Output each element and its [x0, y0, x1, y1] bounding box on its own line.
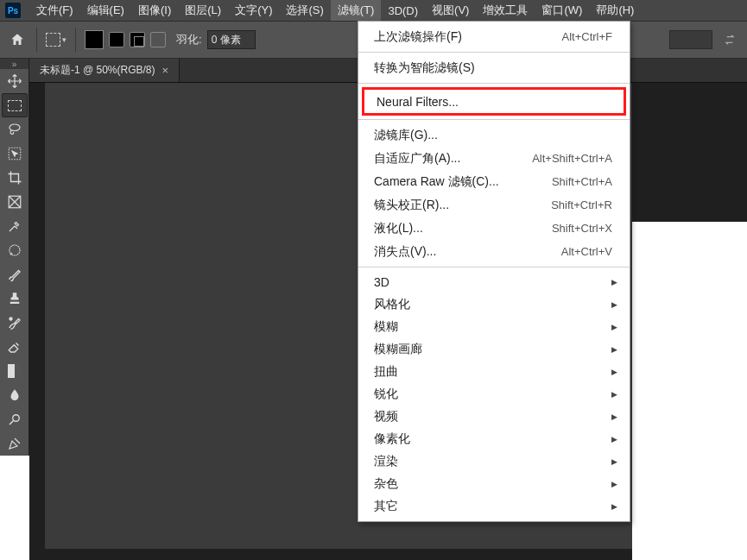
- menu-3d[interactable]: 3D(D): [381, 2, 425, 20]
- menu-item-label: 杂色: [374, 476, 398, 492]
- menu-adaptive-wide-angle[interactable]: 自适应广角(A)... Alt+Shift+Ctrl+A: [358, 147, 630, 170]
- menu-item-label: 滤镜库(G)...: [374, 128, 438, 143]
- submenu-stylize[interactable]: 风格化: [358, 293, 630, 316]
- divider: [75, 28, 76, 52]
- dodge-tool[interactable]: [2, 407, 28, 431]
- subtract-selection-icon[interactable]: [130, 32, 145, 47]
- menu-image[interactable]: 图像(I): [131, 0, 178, 21]
- history-brush-tool[interactable]: [2, 311, 28, 335]
- toolbar-collapse-icon[interactable]: »: [0, 59, 29, 69]
- menu-item-shortcut: Alt+Ctrl+V: [561, 245, 612, 258]
- menu-item-label: 风格化: [374, 297, 410, 312]
- menu-item-label: 扭曲: [374, 364, 398, 380]
- svg-point-4: [9, 318, 12, 320]
- eraser-tool[interactable]: [2, 335, 28, 359]
- submenu-pixelate[interactable]: 像素化: [358, 428, 630, 450]
- menu-convert-smart[interactable]: 转换为智能滤镜(S): [358, 56, 630, 79]
- menu-layer[interactable]: 图层(L): [178, 0, 228, 21]
- menu-help[interactable]: 帮助(H): [589, 0, 641, 21]
- menu-last-filter[interactable]: 上次滤镜操作(F) Alt+Ctrl+F: [358, 25, 630, 48]
- menu-filter[interactable]: 滤镜(T): [331, 0, 382, 21]
- menu-item-shortcut: Shift+Ctrl+A: [552, 175, 612, 188]
- menu-item-label: 像素化: [374, 431, 410, 447]
- menu-separator: [358, 83, 630, 84]
- menu-item-shortcut: Shift+Ctrl+R: [551, 198, 612, 211]
- move-tool[interactable]: [2, 69, 28, 93]
- menu-select[interactable]: 选择(S): [279, 0, 330, 21]
- menu-item-label: 3D: [374, 275, 389, 289]
- menu-liquify[interactable]: 液化(L)... Shift+Ctrl+X: [358, 217, 630, 240]
- blur-tool[interactable]: [2, 383, 28, 407]
- menu-view[interactable]: 视图(V): [425, 0, 476, 21]
- divider: [36, 28, 37, 52]
- close-icon[interactable]: ×: [162, 64, 169, 77]
- menu-item-label: 上次滤镜操作(F): [374, 29, 462, 45]
- tab-title: 未标题-1 @ 50%(RGB/8): [40, 63, 155, 78]
- menu-window[interactable]: 窗口(W): [535, 0, 589, 21]
- menu-item-label: 镜头校正(R)...: [374, 198, 449, 213]
- home-icon[interactable]: [7, 29, 28, 50]
- menu-item-label: 模糊: [374, 319, 398, 335]
- object-select-tool[interactable]: [2, 142, 28, 166]
- menu-item-label: Camera Raw 滤镜(C)...: [374, 174, 499, 190]
- lasso-tool[interactable]: [2, 117, 28, 142]
- background-area: [632, 222, 747, 560]
- menu-item-label: 视频: [374, 409, 398, 425]
- menu-item-label: 模糊画廊: [374, 342, 422, 357]
- menu-filter-gallery[interactable]: 滤镜库(G)...: [358, 123, 630, 147]
- menu-lens-correction[interactable]: 镜头校正(R)... Shift+Ctrl+R: [358, 193, 630, 217]
- selection-mode-group: [85, 30, 166, 49]
- menu-item-label: 锐化: [374, 387, 398, 402]
- menu-item-shortcut: Shift+Ctrl+X: [552, 222, 612, 235]
- menu-item-label: Neural Filters...: [377, 95, 459, 109]
- menu-item-label: 转换为智能滤镜(S): [374, 60, 475, 76]
- highlighted-neural-filters: Neural Filters...: [362, 87, 626, 116]
- menu-edit[interactable]: 编辑(E): [80, 0, 131, 21]
- submenu-distort[interactable]: 扭曲: [358, 361, 630, 383]
- healing-tool[interactable]: [2, 238, 28, 262]
- pen-tool[interactable]: [2, 431, 28, 456]
- stamp-tool[interactable]: [2, 286, 28, 311]
- option-field[interactable]: [669, 30, 712, 49]
- menu-separator: [358, 267, 630, 267]
- submenu-render[interactable]: 渲染: [358, 450, 630, 473]
- menu-camera-raw[interactable]: Camera Raw 滤镜(C)... Shift+Ctrl+A: [358, 170, 630, 193]
- selection-type-icon[interactable]: ▾: [46, 29, 66, 50]
- frame-tool[interactable]: [2, 190, 28, 214]
- add-to-selection-icon[interactable]: [109, 32, 124, 47]
- marquee-tool[interactable]: [2, 93, 28, 117]
- menu-separator: [358, 119, 630, 120]
- submenu-blur[interactable]: 模糊: [358, 316, 630, 338]
- submenu-sharpen[interactable]: 锐化: [358, 383, 630, 406]
- filter-menu-dropdown: 上次滤镜操作(F) Alt+Ctrl+F 转换为智能滤镜(S) Neural F…: [358, 21, 630, 522]
- menu-neural-filters[interactable]: Neural Filters...: [364, 90, 624, 113]
- intersect-selection-icon[interactable]: [150, 32, 166, 47]
- menubar: Ps 文件(F) 编辑(E) 图像(I) 图层(L) 文字(Y) 选择(S) 滤…: [0, 0, 747, 21]
- svg-rect-6: [8, 364, 15, 378]
- new-selection-icon[interactable]: [85, 30, 104, 49]
- menu-plugins[interactable]: 增效工具: [476, 0, 535, 21]
- submenu-video[interactable]: 视频: [358, 406, 630, 428]
- menu-item-label: 消失点(V)...: [374, 244, 436, 260]
- menu-type[interactable]: 文字(Y): [228, 0, 279, 21]
- svg-point-7: [12, 415, 19, 422]
- submenu-noise[interactable]: 杂色: [358, 473, 630, 495]
- brush-tool[interactable]: [2, 262, 28, 286]
- document-tab[interactable]: 未标题-1 @ 50%(RGB/8) ×: [29, 59, 180, 82]
- submenu-3d[interactable]: 3D: [358, 271, 630, 293]
- menu-file[interactable]: 文件(F): [29, 0, 80, 21]
- submenu-blur-gallery[interactable]: 模糊画廊: [358, 338, 630, 361]
- feather-input[interactable]: [207, 30, 256, 49]
- crop-tool[interactable]: [2, 166, 28, 190]
- menu-item-label: 渲染: [374, 454, 398, 469]
- menu-item-label: 自适应广角(A)...: [374, 151, 460, 167]
- submenu-other[interactable]: 其它: [358, 495, 630, 518]
- eyedropper-tool[interactable]: [2, 214, 28, 238]
- swap-icon[interactable]: [719, 29, 740, 50]
- menu-vanishing-point[interactable]: 消失点(V)... Alt+Ctrl+V: [358, 240, 630, 263]
- feather-label: 羽化:: [176, 32, 202, 47]
- menu-separator: [358, 52, 630, 53]
- menu-item-shortcut: Alt+Ctrl+F: [561, 30, 612, 43]
- toolbar: [0, 69, 29, 456]
- gradient-tool[interactable]: [2, 359, 28, 383]
